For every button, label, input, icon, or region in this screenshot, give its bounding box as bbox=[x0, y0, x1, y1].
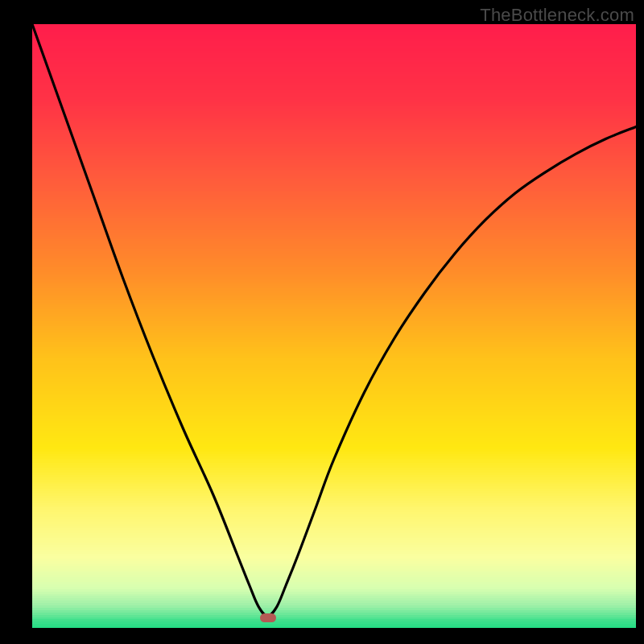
plot-area bbox=[32, 24, 636, 628]
chart-frame: TheBottleneck.com bbox=[0, 0, 644, 644]
minimum-marker bbox=[260, 613, 276, 622]
curve-svg bbox=[32, 24, 636, 628]
bottleneck-curve bbox=[32, 24, 636, 616]
watermark-text: TheBottleneck.com bbox=[480, 5, 634, 26]
